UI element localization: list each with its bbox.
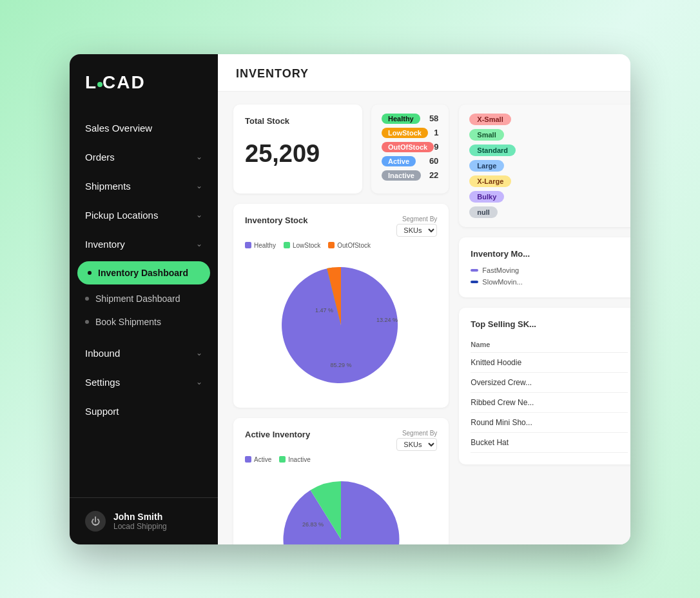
active-chart-legend: Active Inactive [245, 456, 437, 463]
sidebar-item-label: Orders [85, 152, 115, 163]
sidebar-item-label: Settings [85, 377, 120, 388]
sidebar-item-label: Inbound [85, 348, 120, 359]
sku-table-row: Round Mini Sho... [471, 413, 628, 433]
movement-legend: FastMoving SlowMovin... [471, 266, 628, 286]
sub-item-label: Book Shipments [95, 317, 161, 327]
sidebar-item-inventory-dashboard[interactable]: Inventory Dashboard [77, 261, 210, 284]
size-badge-bulky: Bulky [469, 191, 504, 203]
top-selling-sku-card: Top Selling SK... Name Knitted Hoodie Ov… [459, 308, 630, 464]
status-row-healthy: Healthy 58 [382, 114, 438, 124]
sidebar-item-shipments[interactable]: Shipments ⌄ [70, 172, 218, 201]
chevron-down-icon: ⌄ [196, 181, 202, 190]
sku-table-header: Name [471, 337, 628, 353]
movement-item-fast: FastMoving [471, 266, 628, 274]
pie-chart-svg: 13.24 % 1.47 % 85.29 % [277, 261, 405, 390]
sidebar-item-label: Pickup Locations [85, 210, 158, 221]
dot-icon [85, 320, 89, 324]
svg-text:13.24 %: 13.24 % [376, 317, 398, 323]
legend-label: Healthy [254, 242, 276, 249]
status-count-healthy: 58 [429, 114, 438, 123]
status-badge-inactive: Inactive [382, 170, 421, 181]
legend-label: LowStock [293, 242, 320, 249]
inventory-stock-card: Inventory Stock Segment By SKUs Healthy [233, 204, 449, 408]
sidebar-item-inventory[interactable]: Inventory ⌄ [70, 230, 218, 259]
chevron-down-icon: ⌄ [196, 348, 202, 357]
user-name: John Smith [113, 512, 167, 522]
legend-lowstock: LowStock [284, 242, 320, 249]
sidebar-item-shipment-dashboard[interactable]: Shipment Dashboard [70, 287, 218, 310]
movement-label: SlowMovin... [482, 278, 522, 286]
status-row-lowstock: LowStock 1 [382, 128, 438, 138]
status-count-lowstock: 1 [434, 128, 438, 137]
size-badge-large: Large [469, 160, 504, 172]
sidebar-user: ⏻ John Smith Locad Shipping [70, 497, 218, 544]
inventory-stock-pie: 13.24 % 1.47 % 85.29 % [245, 254, 437, 396]
sku-table-row: Bucket Hat [471, 433, 628, 453]
active-segment-by: Segment By SKUs [396, 430, 437, 451]
legend-label: OutOfStock [337, 242, 371, 249]
sidebar-item-sales-overview[interactable]: Sales Overview [70, 114, 218, 143]
sidebar-item-settings[interactable]: Settings ⌄ [70, 368, 218, 397]
sidebar-item-label: Sales Overview [85, 123, 152, 134]
inventory-stock-title: Inventory Stock [245, 215, 308, 225]
status-count-inactive: 22 [429, 170, 438, 180]
sidebar-item-pickup-locations[interactable]: Pickup Locations ⌄ [70, 201, 218, 230]
sku-table-row: Knitted Hoodie [471, 353, 628, 373]
status-badges-card: Healthy 58 LowStock 1 OutOfStock 9 Act [371, 105, 449, 194]
size-badge-small: Small [469, 129, 503, 141]
status-badge-lowstock: LowStock [382, 128, 428, 138]
active-inventory-pie: 73.17 % 26.83 % [245, 468, 437, 544]
sku-table-row: Oversized Crew... [471, 373, 628, 393]
power-icon: ⏻ [85, 511, 106, 532]
active-dot [88, 271, 92, 275]
dot-icon [85, 297, 89, 301]
status-badge-active: Active [382, 156, 416, 166]
size-badge-standard: Standard [469, 145, 516, 156]
status-row-outofstock: OutOfStock 9 [382, 142, 438, 152]
top-selling-sku-title: Top Selling SK... [471, 319, 628, 329]
active-chart-header: Active Inventory Segment By SKUs [245, 430, 437, 451]
active-segment-label: Segment By [402, 430, 437, 437]
status-row-active: Active 60 [382, 156, 438, 166]
size-badge-xsmall: X-Small [469, 114, 510, 125]
legend-healthy: Healthy [245, 242, 276, 249]
logo: LCAD [70, 54, 218, 108]
sku-table-row: Ribbed Crew Ne... [471, 393, 628, 413]
svg-text:1.47 %: 1.47 % [315, 307, 333, 314]
sidebar-item-label: Inventory [85, 239, 125, 250]
inventory-subnav: Inventory Dashboard Shipment Dashboard B… [70, 261, 218, 339]
page-header: INVENTORY [218, 54, 630, 92]
active-segment-select[interactable]: SKUs [396, 438, 437, 451]
segment-select[interactable]: SKUs [396, 224, 437, 237]
user-role: Locad Shipping [113, 522, 167, 531]
sidebar-item-book-shipments[interactable]: Book Shipments [70, 310, 218, 334]
legend-active: Active [245, 456, 271, 463]
sidebar-item-inbound[interactable]: Inbound ⌄ [70, 339, 218, 368]
app-container: LCAD Sales Overview Orders ⌄ Shipments ⌄… [70, 54, 630, 544]
user-info: John Smith Locad Shipping [113, 512, 167, 531]
movement-item-slow: SlowMovin... [471, 278, 628, 286]
svg-text:26.83 %: 26.83 % [302, 521, 324, 528]
inventory-movement-card: Inventory Mo... FastMoving SlowMovin... [459, 237, 630, 297]
segment-by: Segment By SKUs [396, 215, 437, 237]
status-badge-outofstock: OutOfStock [382, 142, 434, 152]
chart-legend: Healthy LowStock OutOfStock [245, 242, 437, 249]
sidebar-item-support[interactable]: Support [70, 397, 218, 426]
total-stock-card: Total Stock 25,209 [233, 105, 362, 194]
sub-item-label: Inventory Dashboard [98, 268, 188, 278]
status-badge-healthy: Healthy [382, 114, 420, 124]
sidebar-item-label: Support [85, 406, 119, 417]
chart-header: Inventory Stock Segment By SKUs [245, 215, 437, 237]
legend-label: Active [254, 456, 271, 463]
chevron-down-icon: ⌄ [196, 377, 202, 386]
sidebar-nav: Sales Overview Orders ⌄ Shipments ⌄ Pick… [70, 108, 218, 497]
segment-label: Segment By [402, 215, 437, 223]
legend-label: Inactive [288, 456, 310, 463]
sidebar-item-label: Shipments [85, 181, 131, 192]
inventory-movement-title: Inventory Mo... [471, 249, 628, 259]
sku-table: Name Knitted Hoodie Oversized Crew... Ri… [471, 337, 628, 453]
right-column: X-Small Small Standard Large X-Large Bul… [459, 105, 630, 544]
chevron-down-icon: ⌄ [196, 210, 202, 219]
active-inventory-title: Active Inventory [245, 430, 310, 439]
sidebar-item-orders[interactable]: Orders ⌄ [70, 143, 218, 172]
